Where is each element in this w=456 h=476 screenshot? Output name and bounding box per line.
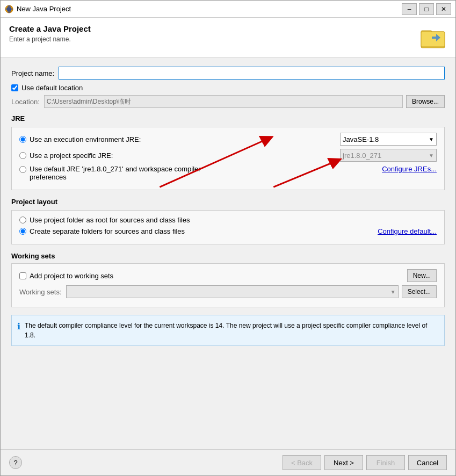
location-input[interactable]	[44, 95, 403, 108]
project-name-label: Project name:	[11, 69, 54, 77]
eclipse-icon	[5, 5, 13, 13]
jre-dropdown2: jre1.8.0_271 ▼	[340, 149, 437, 162]
jre-dropdown1-value: JavaSE-1.8	[343, 135, 379, 143]
cancel-button[interactable]: Cancel	[408, 455, 447, 470]
layout-radio2-row: Create separate folders for sources and …	[19, 227, 437, 235]
location-row: Location: Browse...	[11, 95, 445, 108]
jre-radio3[interactable]	[19, 166, 26, 173]
configure-default-link[interactable]: Configure default...	[378, 227, 437, 235]
location-label: Location:	[11, 98, 40, 106]
jre-radio2-row: Use a project specific JRE: jre1.8.0_271…	[19, 149, 437, 162]
dropdown2-arrow-icon: ▼	[429, 153, 434, 158]
jre-section-label: JRE	[11, 114, 445, 122]
new-working-set-button[interactable]: New...	[407, 269, 437, 282]
working-sets-dropdown: ▼	[66, 285, 399, 298]
back-button[interactable]: < Back	[283, 455, 321, 470]
jre-radio1[interactable]	[19, 136, 26, 143]
dialog-header: Create a Java Project Enter a project na…	[1, 18, 455, 58]
java-project-icon	[420, 24, 447, 51]
jre-section: Use an execution environment JRE: JavaSE…	[11, 127, 445, 190]
info-text: The default compiler compliance level fo…	[25, 321, 439, 340]
project-name-input[interactable]	[59, 67, 445, 80]
working-sets-label: Working sets	[11, 252, 445, 260]
jre-radio3-label: Use default JRE 'jre1.8.0_271' and works…	[30, 165, 231, 181]
layout-radio2[interactable]	[19, 228, 26, 235]
layout-radio1-row: Use project folder as root for sources a…	[19, 216, 437, 224]
default-location-row: Use default location	[11, 84, 445, 92]
working-sets-field-label: Working sets:	[19, 288, 62, 296]
next-button[interactable]: Next >	[324, 455, 363, 470]
jre-dropdown1[interactable]: JavaSE-1.8 ▼	[340, 133, 437, 146]
minimize-button[interactable]: –	[402, 3, 417, 15]
project-name-row: Project name:	[11, 67, 445, 80]
working-sets-select-row: Working sets: ▼ Select...	[19, 285, 437, 298]
jre-radio1-label: Use an execution environment JRE:	[30, 135, 141, 143]
svg-point-2	[5, 8, 13, 11]
default-location-checkbox[interactable]	[11, 84, 18, 91]
browse-button[interactable]: Browse...	[406, 95, 445, 108]
maximize-button[interactable]: □	[419, 3, 434, 15]
add-working-sets-checkbox[interactable]	[19, 272, 26, 279]
project-layout-section: Use project folder as root for sources a…	[11, 210, 445, 244]
svg-rect-5	[421, 32, 445, 47]
title-bar: New Java Project – □ ✕	[1, 1, 455, 18]
working-sets-section: Add project to working sets New... Worki…	[11, 263, 445, 307]
info-box: ℹ The default compiler compliance level …	[11, 315, 445, 346]
close-button[interactable]: ✕	[436, 3, 451, 15]
dialog-heading: Create a Java Project	[9, 24, 91, 33]
working-sets-dropdown-arrow-icon: ▼	[390, 289, 396, 295]
add-working-sets-label: Add project to working sets	[30, 272, 404, 280]
jre-radio2[interactable]	[19, 152, 26, 159]
jre-radio2-label: Use a project specific JRE:	[30, 152, 113, 160]
jre-dropdown2-value: jre1.8.0_271	[343, 152, 381, 160]
dialog-subtitle: Enter a project name.	[9, 35, 91, 43]
help-button[interactable]: ?	[9, 456, 22, 469]
finish-button[interactable]: Finish	[366, 455, 405, 470]
configure-jres-link[interactable]: Configure JREs...	[382, 165, 437, 173]
layout-radio2-label: Create separate folders for sources and …	[30, 227, 378, 235]
project-layout-label: Project layout	[11, 198, 445, 206]
jre-radio3-row: Use default JRE 'jre1.8.0_271' and works…	[19, 165, 437, 181]
layout-radio1[interactable]	[19, 217, 26, 223]
dropdown1-arrow-icon: ▼	[429, 136, 434, 142]
main-content: Project name: Use default location Locat…	[1, 58, 455, 449]
default-location-label: Use default location	[21, 84, 83, 92]
layout-radio1-label: Use project folder as root for sources a…	[30, 216, 190, 224]
new-java-project-dialog: New Java Project – □ ✕ Create a Java Pro…	[0, 0, 456, 476]
jre-radio1-row: Use an execution environment JRE: JavaSE…	[19, 133, 437, 146]
dialog-title: New Java Project	[17, 5, 71, 13]
add-working-sets-row: Add project to working sets New...	[19, 269, 437, 282]
select-working-set-button[interactable]: Select...	[402, 285, 437, 298]
dialog-footer: ? < Back Next > Finish Cancel	[1, 449, 455, 475]
info-icon: ℹ	[17, 321, 20, 331]
